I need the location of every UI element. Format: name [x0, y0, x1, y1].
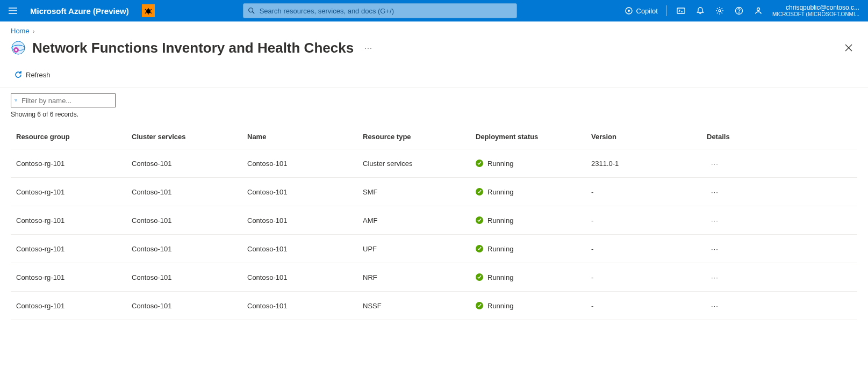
- records-count: Showing 6 of 6 records.: [0, 108, 868, 118]
- cell-name: Contoso-101: [247, 245, 363, 253]
- table-row[interactable]: Contoso-rg-101Contoso-101Contoso-101UPFR…: [11, 235, 857, 263]
- svg-point-10: [12, 41, 25, 54]
- table-row[interactable]: Contoso-rg-101Contoso-101Contoso-101Clus…: [11, 149, 857, 178]
- cell-resource-type: SMF: [363, 188, 476, 196]
- cell-version: 2311.0-1: [591, 160, 707, 168]
- cell-cluster-services: Contoso-101: [132, 302, 247, 310]
- cell-resource-type: NSSF: [363, 302, 476, 310]
- row-actions-button[interactable]: ···: [707, 273, 719, 281]
- svg-point-4: [628, 10, 630, 12]
- filter-input[interactable]: [21, 97, 112, 105]
- cell-details: ···: [707, 273, 852, 281]
- filter-box[interactable]: [11, 93, 116, 107]
- cell-name: Contoso-101: [247, 188, 363, 196]
- feedback-button[interactable]: [753, 5, 764, 16]
- status-text: Running: [487, 245, 513, 253]
- bell-icon: [696, 6, 705, 15]
- status-success-icon: [476, 302, 483, 309]
- page-title-more[interactable]: ···: [364, 44, 372, 52]
- cell-deployment-status: Running: [476, 160, 591, 168]
- cell-cluster-services: Contoso-101: [132, 245, 247, 253]
- settings-button[interactable]: [714, 5, 725, 16]
- filter-row: [0, 88, 868, 108]
- status-success-icon: [476, 245, 483, 252]
- cell-version: -: [591, 245, 707, 253]
- cell-cluster-services: Contoso-101: [132, 188, 247, 196]
- help-button[interactable]: [734, 5, 744, 16]
- menu-toggle[interactable]: [4, 0, 21, 21]
- account-tenant: MICROSOFT (MICROSOFT.ONMI...: [772, 11, 859, 17]
- col-version[interactable]: Version: [591, 133, 707, 141]
- cell-deployment-status: Running: [476, 188, 591, 196]
- topbar-right: Copilot chrisqpublic@contoso.c... MICROS…: [625, 4, 864, 17]
- col-resource-type[interactable]: Resource type: [363, 133, 476, 141]
- row-actions-button[interactable]: ···: [707, 245, 719, 253]
- cell-resource-type: NRF: [363, 273, 476, 281]
- col-deployment-status[interactable]: Deployment status: [476, 133, 591, 141]
- table-row[interactable]: Contoso-rg-101Contoso-101Contoso-101NRFR…: [11, 263, 857, 292]
- breadcrumb: Home ›: [0, 21, 868, 37]
- cell-details: ···: [707, 216, 852, 225]
- search-input[interactable]: [260, 7, 512, 15]
- brand-label[interactable]: Microsoft Azure (Preview): [30, 6, 129, 16]
- preview-badge[interactable]: [142, 4, 155, 17]
- cell-version: -: [591, 273, 707, 281]
- cell-cluster-services: Contoso-101: [132, 216, 247, 225]
- status-success-icon: [476, 160, 483, 167]
- row-actions-button[interactable]: ···: [707, 216, 719, 225]
- top-bar: Microsoft Azure (Preview) Copilot: [0, 0, 868, 21]
- status-text: Running: [487, 302, 513, 310]
- svg-point-9: [757, 8, 759, 11]
- search-icon: [248, 7, 255, 15]
- row-actions-button[interactable]: ···: [707, 188, 719, 196]
- cell-resource-group: Contoso-rg-101: [16, 245, 132, 253]
- svg-point-0: [146, 9, 150, 13]
- cell-resource-group: Contoso-rg-101: [16, 216, 132, 225]
- table-row[interactable]: Contoso-rg-101Contoso-101Contoso-101AMFR…: [11, 206, 857, 235]
- status-text: Running: [487, 216, 513, 225]
- row-actions-button[interactable]: ···: [707, 302, 719, 310]
- col-name[interactable]: Name: [247, 133, 363, 141]
- status-text: Running: [487, 188, 513, 196]
- cell-resource-group: Contoso-rg-101: [16, 302, 132, 310]
- row-actions-button[interactable]: ···: [707, 160, 719, 168]
- col-resource-group[interactable]: Resource group: [16, 133, 132, 141]
- status-text: Running: [487, 273, 513, 281]
- cell-resource-type: UPF: [363, 245, 476, 253]
- status-text: Running: [487, 160, 513, 168]
- cloud-shell-icon: [677, 6, 685, 15]
- person-feedback-icon: [754, 6, 763, 15]
- account-menu[interactable]: chrisqpublic@contoso.c... MICROSOFT (MIC…: [772, 4, 864, 17]
- account-email: chrisqpublic@contoso.c...: [772, 4, 859, 11]
- svg-point-8: [738, 12, 739, 13]
- copilot-label: Copilot: [636, 7, 658, 15]
- cloud-shell-button[interactable]: [676, 5, 686, 16]
- svg-point-1: [248, 8, 253, 12]
- col-cluster-services[interactable]: Cluster services: [132, 133, 247, 141]
- cell-cluster-services: Contoso-101: [132, 160, 247, 168]
- page-header: Network Functions Inventory and Health C…: [0, 37, 868, 63]
- refresh-button[interactable]: Refresh: [11, 68, 54, 81]
- breadcrumb-home[interactable]: Home: [11, 27, 30, 35]
- resource-icon: [11, 40, 26, 55]
- table-row[interactable]: Contoso-rg-101Contoso-101Contoso-101SMFR…: [11, 178, 857, 206]
- table-row[interactable]: Contoso-rg-101Contoso-101Contoso-101NSSF…: [11, 292, 857, 320]
- filter-icon: [15, 97, 17, 104]
- page-title: Network Functions Inventory and Health C…: [32, 40, 354, 56]
- cell-cluster-services: Contoso-101: [132, 273, 247, 281]
- command-bar: Refresh: [0, 63, 868, 88]
- help-icon: [735, 6, 743, 15]
- cell-resource-type: AMF: [363, 216, 476, 225]
- hamburger-icon: [8, 6, 18, 16]
- close-blade-button[interactable]: [840, 39, 857, 56]
- col-details[interactable]: Details: [707, 133, 852, 141]
- refresh-icon: [14, 70, 23, 79]
- global-search[interactable]: [243, 3, 517, 18]
- notifications-button[interactable]: [695, 5, 706, 16]
- results-grid: Resource group Cluster services Name Res…: [0, 118, 868, 320]
- copilot-button[interactable]: Copilot: [625, 6, 658, 15]
- grid-header: Resource group Cluster services Name Res…: [11, 125, 857, 149]
- svg-point-6: [719, 10, 721, 12]
- copilot-icon: [625, 6, 633, 15]
- search-wrap: [243, 3, 517, 18]
